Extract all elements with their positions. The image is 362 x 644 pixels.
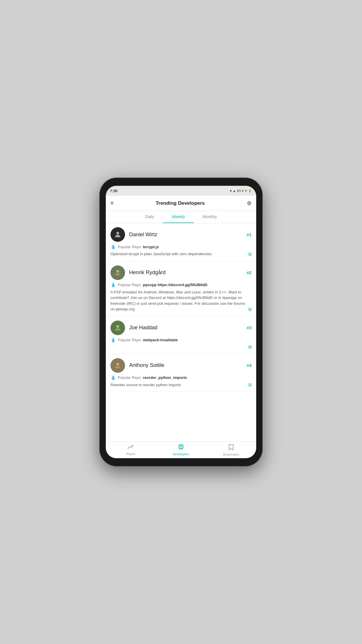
- tab-weekly[interactable]: Weekly: [163, 211, 194, 223]
- developer-card-4: Anthony Sottile #4 💧 Popular Repo : reor…: [106, 354, 256, 392]
- card-desc-row-3: ⧉: [110, 344, 252, 350]
- avatar-4: [110, 358, 125, 373]
- tab-daily[interactable]: Daily: [136, 211, 163, 223]
- avatar-3: [110, 321, 125, 335]
- developers-list: Daniel Wirtz #1 💧 Popular Repo : bcrypt.…: [106, 223, 256, 441]
- tab-monthly[interactable]: Monthly: [194, 211, 226, 223]
- status-bar: 7:30 ♥ ▲ 4G ▾ ✕ 🔋: [106, 186, 256, 196]
- card-desc-row-1: Optimized bcrypt in plain JavaScript wit…: [110, 251, 252, 257]
- dev-name-row-1: Daniel Wirtz #1: [129, 232, 252, 238]
- repos-icon: [128, 444, 134, 451]
- svg-point-1: [116, 270, 119, 272]
- dev-name-row-4: Anthony Sottile #4: [129, 362, 252, 368]
- status-time: 7:30: [110, 189, 117, 193]
- flame-icon-1: 💧: [110, 244, 116, 249]
- external-link-icon-3[interactable]: ⧉: [248, 344, 252, 350]
- card-top-1: Daniel Wirtz #1: [110, 227, 252, 242]
- phone-screen: 7:30 ♥ ▲ 4G ▾ ✕ 🔋 ≡ Trending Developers …: [106, 186, 256, 458]
- app-header: ≡ Trending Developers ⚙: [106, 196, 256, 211]
- page-title: Trending Developers: [156, 200, 205, 206]
- repo-name-4: reorder_python_imports: [143, 375, 187, 380]
- flame-icon-4: 💧: [110, 375, 116, 380]
- dev-name-1: Daniel Wirtz: [129, 232, 157, 238]
- external-link-icon-4[interactable]: ⧉: [248, 382, 252, 388]
- dev-name-2: Henrik Rydgård: [129, 270, 166, 276]
- card-desc-row-2: A PSP emulator for Android, Windows, Mac…: [110, 289, 252, 312]
- phone-device: 7:30 ♥ ▲ 4G ▾ ✕ 🔋 ≡ Trending Developers …: [99, 178, 263, 466]
- svg-point-5: [180, 445, 182, 447]
- developers-icon: [178, 444, 184, 452]
- card-desc-2: A PSP emulator for Android, Windows, Mac…: [110, 289, 248, 312]
- developer-card-3: Joe Haddad #3 💧 Popular Repo : webpack-i…: [106, 316, 256, 354]
- person-icon: [114, 230, 122, 239]
- nav-item-repos[interactable]: Repos: [106, 444, 156, 456]
- nav-item-bookmarks[interactable]: Bookmarks: [206, 444, 256, 456]
- avatar-2: [110, 265, 125, 280]
- bottom-nav: Repos Developers Bookmar: [106, 441, 256, 458]
- svg-point-0: [116, 232, 119, 235]
- svg-point-2: [116, 325, 119, 328]
- status-icons: ♥ ▲ 4G ▾ ✕ 🔋: [230, 189, 252, 193]
- card-repo-4: 💧 Popular Repo : reorder_python_imports: [110, 375, 252, 380]
- developers-label: Developers: [173, 452, 189, 456]
- avatar-1: [110, 227, 125, 242]
- repo-name-3: webpack-invalidate: [143, 338, 178, 342]
- card-top-3: Joe Haddad #3: [110, 321, 252, 335]
- repo-name-2: ppsspp https://discord.gg/5NJB6dD: [143, 283, 208, 287]
- developer-card-1: Daniel Wirtz #1 💧 Popular Repo : bcrypt.…: [106, 223, 256, 261]
- card-repo-1: 💧 Popular Repo : bcrypt.js: [110, 244, 252, 249]
- dev-name-row-2: Henrik Rydgård #2: [129, 270, 252, 276]
- svg-point-3: [116, 363, 119, 365]
- dev-rank-2: #2: [247, 270, 252, 275]
- card-desc-row-4: Rewrites source to reorder python import…: [110, 382, 252, 388]
- external-link-icon-1[interactable]: ⧉: [248, 252, 252, 257]
- person-icon-3: [114, 324, 122, 332]
- card-desc-4: Rewrites source to reorder python import…: [110, 382, 248, 388]
- dev-name-row-3: Joe Haddad #3: [129, 325, 252, 331]
- card-top-2: Henrik Rydgård #2: [110, 265, 252, 280]
- person-icon-2: [114, 269, 122, 277]
- filter-icon[interactable]: ⚙: [247, 200, 252, 206]
- person-icon-4: [114, 361, 122, 370]
- nav-item-developers[interactable]: Developers: [156, 444, 206, 456]
- tabs-container: Daily Weekly Monthly: [106, 211, 256, 223]
- repos-label: Repos: [126, 452, 136, 456]
- bookmarks-icon: [229, 444, 234, 452]
- dev-rank-3: #3: [247, 325, 252, 330]
- card-top-4: Anthony Sottile #4: [110, 358, 252, 373]
- external-link-icon-2[interactable]: ⧉: [248, 307, 252, 312]
- developer-card-2: Henrik Rydgård #2 💧 Popular Repo : ppssp…: [106, 261, 256, 316]
- dev-rank-1: #1: [247, 232, 252, 237]
- bookmarks-label: Bookmarks: [223, 453, 239, 456]
- flame-icon-3: 💧: [110, 337, 116, 343]
- dev-name-3: Joe Haddad: [129, 325, 157, 331]
- dev-rank-4: #4: [247, 363, 252, 368]
- dev-name-4: Anthony Sottile: [129, 362, 164, 368]
- menu-icon[interactable]: ≡: [110, 200, 114, 206]
- flame-icon-2: 💧: [110, 282, 116, 288]
- repo-name-1: bcrypt.js: [143, 245, 159, 249]
- card-repo-2: 💧 Popular Repo : ppsspp https://discord.…: [110, 282, 252, 288]
- card-desc-1: Optimized bcrypt in plain JavaScript wit…: [110, 251, 248, 257]
- card-repo-3: 💧 Popular Repo : webpack-invalidate: [110, 337, 252, 343]
- signal-icons: ♥ ▲ 4G ▾ ✕ 🔋: [230, 189, 252, 193]
